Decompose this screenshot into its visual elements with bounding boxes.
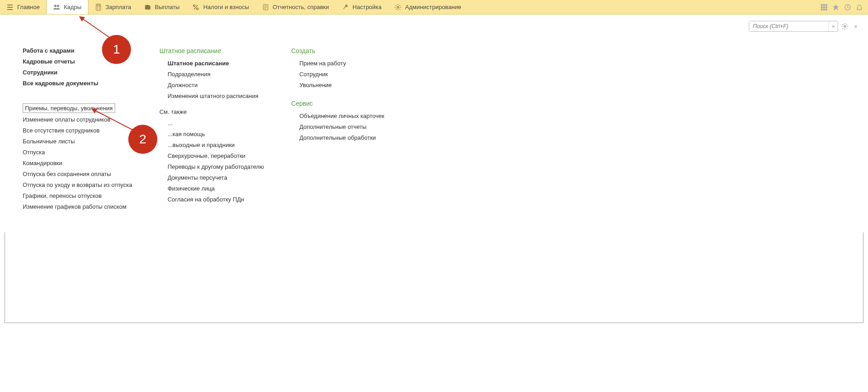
group-servis: Сервис bbox=[291, 100, 384, 107]
link-uvolnenie[interactable]: Увольнение bbox=[299, 82, 384, 88]
menu-icon bbox=[6, 4, 14, 11]
link-izmenenie-oplaty[interactable]: Изменение оплаты сотрудников bbox=[23, 116, 132, 123]
nav-label: Отчетность, справки bbox=[273, 4, 329, 10]
svg-rect-22 bbox=[825, 9, 827, 10]
nav-otchetnost[interactable]: Отчетность, справки bbox=[256, 0, 335, 14]
link-perevody-rabotodatelyu[interactable]: Переводы к другому работодателю bbox=[168, 163, 264, 170]
users-icon bbox=[53, 4, 60, 11]
link-otpuska-bez-sohraneniya[interactable]: Отпуска без сохранения оплаты bbox=[23, 171, 132, 177]
link-shtatnoe-raspisanie[interactable]: Штатное расписание bbox=[168, 60, 264, 67]
settings-gear-icon[interactable] bbox=[841, 23, 849, 30]
wallet-icon bbox=[144, 4, 151, 11]
nav-label: Зарплата bbox=[106, 4, 131, 10]
svg-rect-20 bbox=[821, 9, 823, 10]
link-grafiki-perenosy[interactable]: Графики, переносы отпусков bbox=[23, 192, 132, 199]
svg-rect-17 bbox=[821, 6, 823, 8]
nav-label: Главное bbox=[17, 4, 40, 10]
link-podrazdeleniya[interactable]: Подразделения bbox=[168, 71, 264, 78]
svg-point-7 bbox=[99, 9, 99, 9]
link-sotrudniki[interactable]: Сотрудники bbox=[23, 69, 132, 76]
top-navigation: Главное Кадры Зарплата Выплаты Налоги и … bbox=[0, 0, 868, 15]
svg-rect-19 bbox=[825, 6, 827, 8]
search-input[interactable] bbox=[749, 21, 829, 31]
star-icon[interactable] bbox=[832, 3, 840, 11]
link-vyhodnye-prazdniki[interactable]: ...выходные и праздники bbox=[168, 142, 264, 148]
link-izmeneniya-shtatnogo[interactable]: Изменения штатного расписания bbox=[168, 93, 264, 99]
link-obedinenie-kartochek[interactable]: Объединение личных карточек bbox=[299, 113, 384, 119]
svg-point-5 bbox=[99, 7, 99, 8]
percent-icon bbox=[192, 4, 199, 11]
svg-point-4 bbox=[97, 7, 97, 8]
link-vse-kadrovye-dokumenty[interactable]: Все кадровые документы bbox=[23, 80, 132, 87]
svg-rect-14 bbox=[821, 4, 823, 6]
link-dolzhnosti[interactable]: Должности bbox=[168, 82, 264, 88]
close-panel-icon[interactable]: × bbox=[852, 23, 860, 30]
svg-point-13 bbox=[397, 6, 399, 8]
link-matpomosch[interactable]: ...кая помощь bbox=[168, 131, 264, 137]
nav-zarplata[interactable]: Зарплата bbox=[88, 0, 138, 14]
nav-main[interactable]: Главное bbox=[0, 0, 46, 14]
content-area bbox=[5, 232, 863, 323]
svg-point-10 bbox=[194, 5, 195, 6]
svg-rect-15 bbox=[823, 4, 825, 6]
nav-column-1: Работа с кадрами Кадровые отчеты Сотрудн… bbox=[23, 47, 132, 214]
gear-icon bbox=[394, 4, 402, 11]
nav-nalogi[interactable]: Налоги и взносы bbox=[186, 0, 255, 14]
history-icon[interactable] bbox=[844, 3, 852, 11]
link-fiz-litsa[interactable]: Физические лица bbox=[168, 185, 264, 192]
link-kadrovye-otchety[interactable]: Кадровые отчеты bbox=[23, 58, 132, 65]
apps-icon[interactable] bbox=[820, 3, 828, 11]
svg-point-6 bbox=[97, 9, 97, 9]
group-sozdat: Создать bbox=[291, 47, 384, 54]
link-dop-obrabotki[interactable]: Дополнительные обработки bbox=[299, 134, 384, 141]
svg-rect-9 bbox=[145, 5, 150, 6]
link-izmenenie-grafikov[interactable]: Изменение графиков работы списком bbox=[23, 203, 132, 210]
nav-vyplaty[interactable]: Выплаты bbox=[138, 0, 186, 14]
nav-kadry[interactable]: Кадры bbox=[46, 0, 88, 14]
link-dop-otchety[interactable]: Дополнительные отчеты bbox=[299, 123, 384, 130]
group-shtatnoe: Штатное расписание bbox=[160, 47, 264, 54]
see-also-title: См. также bbox=[160, 108, 264, 115]
nav-label: Администрирование bbox=[405, 4, 461, 10]
nav-nastroika[interactable]: Настройка bbox=[335, 0, 388, 14]
nav-column-2: Штатное расписание Штатное расписание По… bbox=[160, 47, 264, 214]
secondary-toolbar: × × bbox=[5, 19, 863, 34]
nav-label: Налоги и взносы bbox=[203, 4, 249, 10]
nav-column-3: Создать Прием на работу Сотрудник Увольн… bbox=[291, 47, 384, 214]
svg-point-24 bbox=[844, 25, 846, 27]
svg-rect-16 bbox=[825, 4, 827, 6]
svg-point-0 bbox=[54, 5, 56, 7]
link-otpuska[interactable]: Отпуска bbox=[23, 149, 132, 156]
nav-label: Кадры bbox=[64, 4, 82, 10]
link-priem-na-rabotu[interactable]: Прием на работу bbox=[299, 60, 384, 67]
svg-rect-3 bbox=[97, 5, 100, 6]
document-icon bbox=[262, 4, 269, 11]
link-vse-otsutstviya[interactable]: Все отсутствия сотрудников bbox=[23, 127, 132, 134]
svg-point-1 bbox=[57, 5, 59, 7]
link-soglasiya-pdn[interactable]: Согласия на обработку ПДн bbox=[168, 196, 264, 203]
svg-point-11 bbox=[197, 8, 199, 10]
link-rabota-s-kadrami[interactable]: Работа с кадрами bbox=[23, 47, 132, 54]
link-bolnichnye[interactable]: Больничные листы bbox=[23, 138, 132, 145]
search-input-wrap: × bbox=[749, 21, 838, 32]
nav-label: Настройка bbox=[353, 4, 382, 10]
nav-label: Выплаты bbox=[155, 4, 180, 10]
svg-rect-8 bbox=[145, 6, 150, 10]
nav-admin[interactable]: Администрирование bbox=[388, 0, 468, 14]
link-hidden-1[interactable]: ... bbox=[168, 120, 264, 127]
link-sozdat-sotrudnik[interactable]: Сотрудник bbox=[299, 71, 384, 78]
wrench-icon bbox=[342, 4, 349, 11]
svg-rect-18 bbox=[823, 6, 825, 8]
link-sverhurochnye[interactable]: Сверхурочные, переработки bbox=[168, 152, 264, 159]
svg-rect-21 bbox=[823, 9, 825, 10]
search-clear-button[interactable]: × bbox=[829, 21, 838, 31]
link-otpuska-po-uhodu[interactable]: Отпуска по уходу и возвраты из отпуска bbox=[23, 181, 132, 188]
link-komandirovki[interactable]: Командировки bbox=[23, 160, 132, 167]
link-priemy-perevody[interactable]: Приемы, переводы, увольнения bbox=[23, 103, 115, 113]
calculator-icon bbox=[95, 4, 102, 11]
bell-icon[interactable] bbox=[855, 3, 863, 11]
link-dokumenty-persucheta[interactable]: Документы персучета bbox=[168, 174, 264, 181]
